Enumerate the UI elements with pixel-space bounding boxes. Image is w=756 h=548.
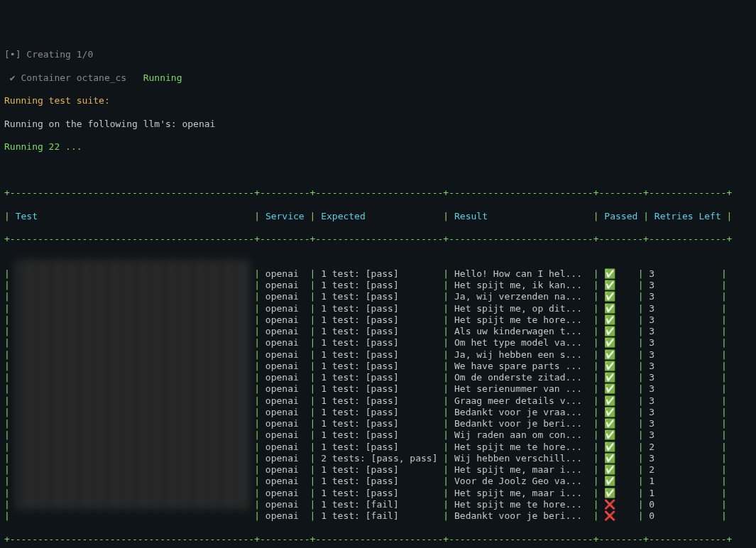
table-row: | | openai | 1 test: [fail] | Bedankt vo… (4, 510, 752, 522)
table-border-mid: +---------------------------------------… (4, 234, 752, 245)
suite-line: Running test suite: (4, 95, 752, 106)
col-passed: Passed (604, 211, 637, 221)
col-service: Service (265, 211, 305, 221)
llm-line: Running on the following llm's: openai (4, 119, 752, 130)
creating-line: [•] Creating 1/0 (4, 49, 752, 60)
col-expected: Expected (321, 211, 366, 221)
running-count: Running 22 ... (4, 141, 752, 153)
container-line: ✔ Container octane_cs Running (4, 72, 752, 84)
container-check: ✔ Container octane_cs (4, 72, 143, 83)
col-result: Result (454, 211, 488, 221)
blurred-test-names (16, 260, 250, 510)
col-test: Test (16, 211, 38, 221)
col-retries: Retries Left (654, 211, 721, 221)
results-table: +---------------------------------------… (4, 176, 752, 548)
container-status: Running (143, 72, 182, 83)
table-header-row: | Test | Service | Expected | Result | P… (4, 211, 752, 222)
table-border-top: +---------------------------------------… (4, 187, 752, 199)
table-border-bottom: +---------------------------------------… (4, 534, 752, 545)
